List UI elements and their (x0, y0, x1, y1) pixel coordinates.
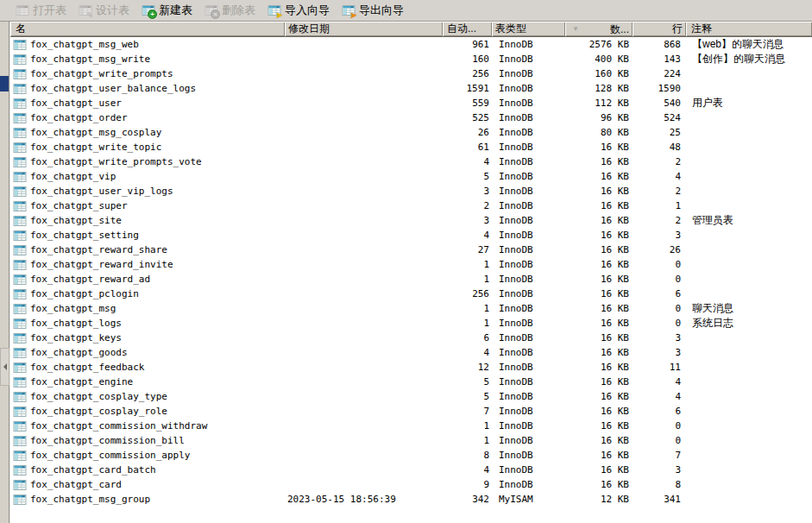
table-icon (13, 419, 27, 433)
table-row[interactable]: fox_chatgpt_reward_invite 1 InnoDB 16 KB… (10, 257, 812, 272)
new-table-button[interactable]: + 新建表 (138, 0, 199, 21)
auto-increment-cell: 12 (443, 360, 492, 375)
table-row[interactable]: fox_chatgpt_card 9 InnoDB 16 KB 8 (10, 477, 812, 492)
table-row[interactable]: fox_chatgpt_logs 1 InnoDB 16 KB 0 系统日志 (10, 316, 812, 331)
table-icon (13, 302, 27, 316)
table-row[interactable]: fox_chatgpt_reward_share 27 InnoDB 16 KB… (10, 243, 812, 257)
table-type-cell: InnoDB (492, 169, 565, 184)
table-row[interactable]: fox_chatgpt_write_prompts 256 InnoDB 160… (10, 66, 812, 81)
table-list-header: 名 修改日期 自动... 表类型 ▼ 数... 行 注释 (10, 22, 812, 37)
table-icon (13, 126, 27, 140)
row-count-cell: 0 (633, 301, 686, 316)
table-row[interactable]: fox_chatgpt_vip 5 InnoDB 16 KB 4 (10, 169, 812, 184)
table-row[interactable]: fox_chatgpt_write_topic 61 InnoDB 16 KB … (10, 140, 812, 154)
open-table-button[interactable]: 打开表 (12, 0, 73, 21)
table-row[interactable]: fox_chatgpt_order 525 InnoDB 96 KB 524 (10, 110, 812, 125)
row-count-cell: 0 (633, 257, 686, 272)
export-wizard-button[interactable]: ➤ 导出向导 (338, 0, 411, 21)
table-type-cell: InnoDB (492, 140, 565, 154)
column-header-name[interactable]: 名 (10, 22, 285, 36)
data-length-cell: 128 KB (565, 81, 633, 96)
column-header-table-type[interactable]: 表类型 (492, 22, 565, 36)
table-type-cell: InnoDB (492, 52, 565, 66)
table-row[interactable]: fox_chatgpt_commission_apply 8 InnoDB 16… (10, 448, 812, 463)
table-type-cell: MyISAM (492, 492, 565, 507)
table-row[interactable]: fox_chatgpt_engine 5 InnoDB 16 KB 4 (10, 375, 812, 389)
table-row[interactable]: fox_chatgpt_super 2 InnoDB 16 KB 1 (10, 198, 812, 213)
table-type-cell: InnoDB (492, 96, 565, 110)
table-icon (13, 243, 27, 257)
auto-increment-cell: 342 (443, 492, 492, 507)
row-count-cell: 868 (633, 37, 686, 52)
table-row[interactable]: fox_chatgpt_pclogin 256 InnoDB 16 KB 6 (10, 287, 812, 301)
data-length-cell: 16 KB (565, 198, 633, 213)
table-row[interactable]: fox_chatgpt_user_vip_logs 3 InnoDB 16 KB… (10, 184, 812, 198)
table-row[interactable]: fox_chatgpt_user_balance_logs 1591 InnoD… (10, 81, 812, 96)
auto-increment-cell: 5 (443, 169, 492, 184)
table-row[interactable]: fox_chatgpt_commission_withdraw 1 InnoDB… (10, 419, 812, 433)
table-row[interactable]: fox_chatgpt_msg_web 961 InnoDB 2576 KB 8… (10, 37, 812, 52)
table-icon (13, 493, 27, 507)
table-type-cell: InnoDB (492, 331, 565, 345)
table-row[interactable]: fox_chatgpt_feedback 12 InnoDB 16 KB 11 (10, 360, 812, 375)
table-name: fox_chatgpt_user (30, 96, 122, 110)
table-row[interactable]: fox_chatgpt_cosplay_role 7 InnoDB 16 KB … (10, 404, 812, 419)
auto-increment-cell: 559 (443, 96, 492, 110)
auto-increment-cell: 1 (443, 257, 492, 272)
import-wizard-button[interactable]: ➤ 导入向导 (264, 0, 337, 21)
row-count-cell: 26 (633, 243, 686, 257)
comment-cell: 用户表 (686, 96, 812, 110)
table-name: fox_chatgpt_msg_group (30, 492, 150, 507)
column-header-comment[interactable]: 注释 (686, 22, 812, 36)
table-name: fox_chatgpt_commission_withdraw (30, 419, 207, 433)
data-length-cell: 16 KB (565, 375, 633, 389)
left-panel-strip (0, 22, 10, 523)
table-row[interactable]: fox_chatgpt_setting 4 InnoDB 16 KB 3 (10, 228, 812, 243)
table-name: fox_chatgpt_user_balance_logs (30, 81, 196, 96)
table-row[interactable]: fox_chatgpt_msg_cosplay 26 InnoDB 80 KB … (10, 125, 812, 140)
table-row[interactable]: fox_chatgpt_keys 6 InnoDB 16 KB 3 (10, 331, 812, 345)
table-row[interactable]: fox_chatgpt_msg_group 2023-05-15 18:56:3… (10, 492, 812, 507)
auto-increment-cell: 961 (443, 37, 492, 52)
table-icon (13, 405, 27, 419)
delete-table-button[interactable]: × 删除表 (201, 0, 262, 21)
table-row[interactable]: fox_chatgpt_goods 4 InnoDB 16 KB 3 (10, 345, 812, 360)
table-name: fox_chatgpt_user_vip_logs (30, 184, 173, 198)
row-count-cell: 0 (633, 419, 686, 433)
column-header-auto-increment[interactable]: 自动... (443, 22, 492, 36)
table-name: fox_chatgpt_reward_ad (30, 272, 150, 287)
auto-increment-cell: 6 (443, 331, 492, 345)
table-row[interactable]: fox_chatgpt_write_prompts_vote 4 InnoDB … (10, 154, 812, 169)
table-icon (13, 375, 27, 389)
comment-cell: 【web】的聊天消息 (686, 37, 812, 52)
row-count-cell: 3 (633, 331, 686, 345)
export-arrow-icon: ➤ (349, 11, 357, 19)
table-name: fox_chatgpt_setting (30, 228, 139, 243)
row-count-cell: 524 (633, 110, 686, 125)
open-table-label: 打开表 (33, 3, 66, 18)
panel-splitter-handle[interactable] (0, 348, 9, 386)
toolbar: 打开表 ✎ 设计表 + 新建表 × 删除表 (0, 0, 812, 22)
design-table-button[interactable]: ✎ 设计表 (75, 0, 136, 21)
data-length-cell: 80 KB (565, 125, 633, 140)
table-type-cell: InnoDB (492, 257, 565, 272)
row-count-cell: 2 (633, 154, 686, 169)
table-row[interactable]: fox_chatgpt_user 559 InnoDB 112 KB 540 用… (10, 96, 812, 110)
auto-increment-cell: 1 (443, 272, 492, 287)
table-row[interactable]: fox_chatgpt_msg_write 160 InnoDB 400 KB … (10, 52, 812, 66)
table-row[interactable]: fox_chatgpt_site 3 InnoDB 16 KB 2 管理员表 (10, 213, 812, 228)
table-row[interactable]: fox_chatgpt_card_batch 4 InnoDB 16 KB 3 (10, 463, 812, 477)
column-header-modified[interactable]: 修改日期 (285, 22, 443, 36)
table-icon (13, 287, 27, 301)
import-arrow-icon: ➤ (275, 11, 283, 19)
table-row[interactable]: fox_chatgpt_reward_ad 1 InnoDB 16 KB 0 (10, 272, 812, 287)
table-row[interactable]: fox_chatgpt_msg 1 InnoDB 16 KB 0 聊天消息 (10, 301, 812, 316)
comment-cell: 管理员表 (686, 213, 812, 228)
table-row[interactable]: fox_chatgpt_commission_bill 1 InnoDB 16 … (10, 433, 812, 448)
row-count-cell: 1 (633, 198, 686, 213)
column-header-row-count[interactable]: 行 (633, 22, 686, 36)
table-type-cell: InnoDB (492, 184, 565, 198)
table-type-cell: InnoDB (492, 404, 565, 419)
column-header-data-length[interactable]: ▼ 数... (565, 22, 633, 36)
table-row[interactable]: fox_chatgpt_cosplay_type 5 InnoDB 16 KB … (10, 389, 812, 404)
